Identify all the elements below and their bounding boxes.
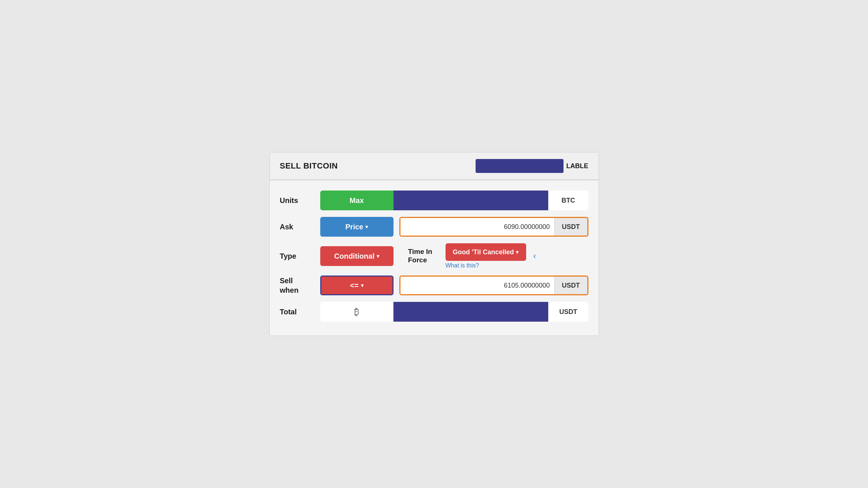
gtc-dropdown-arrow: ▾ xyxy=(516,249,518,255)
ask-label: Ask xyxy=(280,223,320,231)
page-title: SELL BITCOIN xyxy=(280,161,338,171)
type-row: Type Conditional ▾ Time InForce Good 'Ti… xyxy=(280,243,588,269)
sell-bitcoin-card: SELL BITCOIN LABLE Units Max BTC Ask Pri… xyxy=(269,152,599,336)
time-force-block: Time InForce Good 'Til Cancelled ▾ What … xyxy=(408,243,588,269)
conditional-button-label: Conditional xyxy=(334,252,374,260)
bitcoin-symbol: ₿ xyxy=(320,302,394,322)
lte-button-label: <= xyxy=(350,281,358,290)
time-force-label: Time InForce xyxy=(408,248,441,265)
form-body: Units Max BTC Ask Price ▾ USDT xyxy=(270,180,599,336)
units-label: Units xyxy=(280,196,320,205)
available-label: LABLE xyxy=(566,162,588,170)
price-button[interactable]: Price ▾ xyxy=(320,217,394,237)
ask-price-input[interactable] xyxy=(400,218,554,236)
lte-button[interactable]: <= ▾ xyxy=(321,277,392,294)
price-button-label: Price xyxy=(346,223,363,231)
total-row: Total ₿ USDT xyxy=(280,302,588,322)
conditional-button[interactable]: Conditional ▾ xyxy=(320,246,394,266)
sell-when-row: Sellwhen <= ▾ USDT xyxy=(280,276,588,295)
price-dropdown-arrow: ▾ xyxy=(365,224,368,230)
type-label: Type xyxy=(280,252,320,260)
ask-input-wrapper: USDT xyxy=(399,217,588,237)
units-row: Units Max BTC xyxy=(280,191,588,210)
sell-input-wrapper: USDT xyxy=(399,276,588,295)
ask-content: Price ▾ USDT xyxy=(320,217,588,237)
header-right: LABLE xyxy=(476,159,588,173)
sell-when-currency: USDT xyxy=(554,277,587,294)
conditional-dropdown-arrow: ▾ xyxy=(377,253,379,259)
time-force-right: Good 'Til Cancelled ▾ What is this? xyxy=(446,243,526,269)
total-currency: USDT xyxy=(548,302,588,322)
gtc-button-label: Good 'Til Cancelled xyxy=(453,248,514,256)
max-button[interactable]: Max xyxy=(320,191,394,210)
units-currency: BTC xyxy=(548,191,588,210)
sell-when-label: Sellwhen xyxy=(280,276,320,295)
units-input-area xyxy=(394,191,548,210)
gtc-button[interactable]: Good 'Til Cancelled ▾ xyxy=(446,243,526,261)
sell-when-content: <= ▾ USDT xyxy=(320,276,588,295)
ask-row: Ask Price ▾ USDT xyxy=(280,217,588,237)
available-bar xyxy=(476,159,564,173)
lte-button-wrapper: <= ▾ xyxy=(320,276,394,295)
chevron-right-icon[interactable]: ‹ xyxy=(533,251,536,261)
header: SELL BITCOIN LABLE xyxy=(270,152,599,180)
total-input-area xyxy=(394,302,548,322)
type-content: Conditional ▾ Time InForce Good 'Til Can… xyxy=(320,243,588,269)
total-label: Total xyxy=(280,308,320,316)
sell-when-price-input[interactable] xyxy=(400,277,554,294)
what-is-this-link[interactable]: What is this? xyxy=(446,262,526,269)
units-content: Max BTC xyxy=(320,191,588,210)
ask-currency: USDT xyxy=(554,218,587,236)
total-content: ₿ USDT xyxy=(320,302,588,322)
lte-dropdown-arrow: ▾ xyxy=(361,282,363,288)
